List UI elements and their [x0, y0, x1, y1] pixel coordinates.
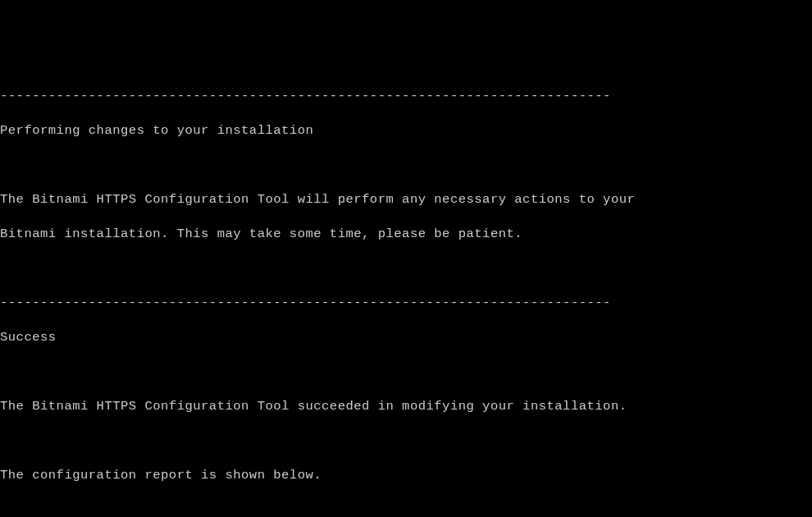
blank-line: [0, 260, 812, 277]
blank-line: [0, 432, 812, 450]
terminal-output[interactable]: ----------------------------------------…: [0, 69, 812, 517]
config-report-text: The configuration report is shown below.: [0, 467, 812, 484]
separator-line: ----------------------------------------…: [0, 88, 812, 105]
separator-line: ----------------------------------------…: [0, 295, 812, 312]
blank-line: [0, 501, 812, 517]
info-text: Bitnami installation. This may take some…: [0, 226, 812, 243]
blank-line: [0, 364, 812, 381]
info-text: The Bitnami HTTPS Configuration Tool wil…: [0, 191, 812, 208]
section-header-success: Success: [0, 329, 812, 346]
blank-line: [0, 157, 812, 174]
section-header-performing: Performing changes to your installation: [0, 122, 812, 140]
success-text: The Bitnami HTTPS Configuration Tool suc…: [0, 398, 812, 415]
